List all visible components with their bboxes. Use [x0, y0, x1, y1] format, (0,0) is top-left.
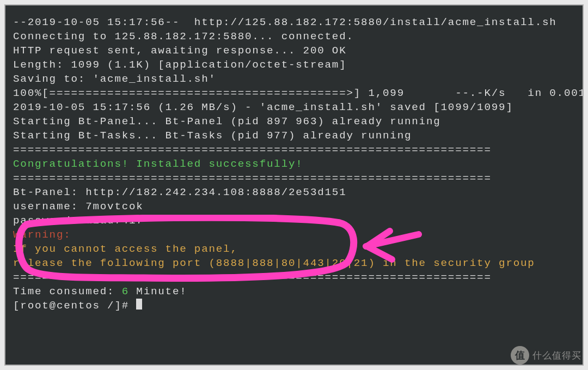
separator-line: ========================================…	[13, 270, 575, 284]
warning-label: Warning:	[13, 228, 575, 242]
watermark-text: 什么值得买	[532, 349, 581, 362]
password-line: password: a1ad7417	[13, 214, 575, 228]
terminal-window[interactable]: --2019-10-05 15:17:56-- http://125.88.18…	[4, 4, 584, 366]
output-line: Starting Bt-Panel... Bt-Panel (pid 897 9…	[13, 114, 575, 129]
output-line: Starting Bt-Tasks... Bt-Tasks (pid 977) …	[13, 129, 575, 143]
panel-url-line: Bt-Panel: http://182.242.234.108:8888/2e…	[13, 185, 575, 199]
separator-line: ========================================…	[13, 143, 575, 157]
output-line: HTTP request sent, awaiting response... …	[13, 44, 575, 58]
output-line: Saving to: 'acme_install.sh'	[13, 72, 575, 86]
output-line: Connecting to 125.88.182.172:5880... con…	[13, 29, 575, 44]
output-line: 100%[===================================…	[13, 86, 575, 100]
cursor	[136, 299, 142, 310]
watermark-badge-icon: 值	[511, 346, 529, 365]
output-line: --2019-10-05 15:17:56-- http://125.88.18…	[13, 15, 575, 29]
output-line: 2019-10-05 15:17:56 (1.26 MB/s) - 'acme_…	[13, 100, 575, 114]
username-line: username: 7movtcok	[13, 199, 575, 214]
watermark: 值 什么值得买	[511, 346, 581, 365]
warning-line: release the following port (8888|888|80|…	[13, 256, 575, 270]
separator-line: ========================================…	[13, 171, 575, 185]
warning-line: If you cannot access the panel,	[13, 242, 575, 256]
prompt-line[interactable]: [root@centos /]#	[13, 299, 575, 313]
output-line: Length: 1099 (1.1K) [application/octet-s…	[13, 58, 575, 72]
time-consumed-line: Time consumed: 6 Minute!	[13, 284, 575, 299]
success-message: Congratulations! Installed successfully!	[13, 157, 575, 171]
